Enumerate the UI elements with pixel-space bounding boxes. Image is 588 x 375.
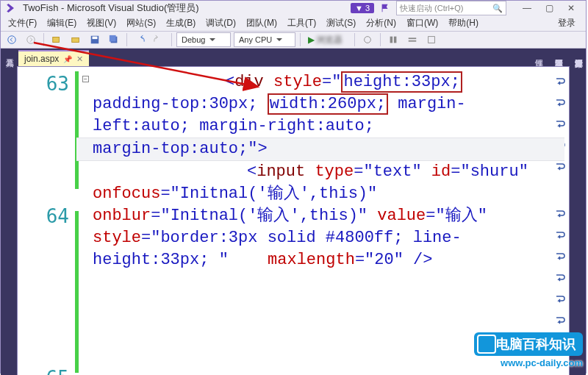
close-angle: >	[257, 140, 267, 158]
right-rail-solution[interactable]: 解析方案资源管理器	[573, 53, 584, 375]
new-project-button[interactable]	[49, 32, 65, 48]
hl-height: height:33px;	[343, 73, 459, 91]
menu-debug[interactable]: 调试(D)	[201, 15, 240, 31]
left-rail-toolbox[interactable]: 工具箱	[1, 49, 17, 375]
separator	[43, 33, 44, 46]
svg-rect-3	[72, 38, 79, 42]
notification-count: 3	[365, 4, 370, 12]
platform-dropdown[interactable]: Any CPU	[234, 32, 295, 47]
save-all-button[interactable]	[106, 32, 122, 48]
tab-strip: join.aspx 📌 ✕	[17, 49, 570, 66]
menu-window[interactable]: 窗口(W)	[402, 15, 442, 31]
undo-button[interactable]	[132, 32, 148, 48]
svg-point-8	[365, 37, 371, 43]
line-number: 63	[18, 71, 69, 93]
line-gutter: − 63 64 65	[18, 67, 76, 375]
svg-rect-7	[110, 35, 116, 42]
tag-input: input	[257, 162, 305, 181]
titlebar: TwoFish - Microsoft Visual Studio(管理员) ▼…	[1, 1, 586, 15]
sign-in-button[interactable]: 登录	[551, 15, 583, 31]
toolbar-btn[interactable]	[359, 32, 376, 48]
menu-team[interactable]: 团队(M)	[242, 15, 282, 31]
notification-badge[interactable]: ▼3	[351, 3, 374, 13]
val-padding: padding-top:30px;	[93, 95, 268, 113]
menu-test[interactable]: 测试(S)	[322, 15, 360, 31]
separator	[354, 33, 355, 46]
menubar: 文件(F) 编辑(E) 视图(V) 网站(S) 生成(B) 调试(D) 团队(M…	[1, 15, 586, 31]
tag-div: div	[234, 73, 264, 91]
window-title: TwoFish - Microsoft Visual Studio(管理员)	[23, 1, 351, 15]
vs-logo-icon	[5, 1, 18, 15]
save-button[interactable]	[87, 32, 103, 48]
document-area: join.aspx 📌 ✕	[17, 49, 570, 375]
menu-website[interactable]: 网站(S)	[122, 15, 160, 31]
svg-rect-13	[429, 37, 435, 43]
val-margin-top: margin-top:auto;"	[93, 140, 257, 158]
quick-launch-placeholder: 快速启动 (Ctrl+Q)	[400, 3, 463, 14]
separator	[380, 33, 381, 46]
menu-file[interactable]: 文件(F)	[4, 15, 41, 31]
separator	[126, 33, 127, 46]
file-tab-join[interactable]: join.aspx 📌 ✕	[18, 50, 89, 66]
separator	[300, 33, 301, 46]
pin-icon[interactable]: 📌	[63, 55, 72, 63]
watermark: 电脑百科知识 www.pc-daily.com	[474, 332, 583, 368]
workspace: 工具箱 join.aspx 📌 ✕	[1, 49, 586, 375]
code-editor[interactable]: − 63 64 65 <div style="height:33px; padd…	[17, 66, 570, 375]
minimize-button[interactable]: —	[517, 1, 537, 15]
svg-rect-2	[53, 38, 60, 43]
svg-rect-12	[409, 40, 417, 42]
maximize-button[interactable]: ▢	[539, 1, 559, 15]
right-rail: 解析方案资源管理器 团队资源管理器 属性	[570, 49, 586, 375]
tab-close-button[interactable]: ✕	[76, 54, 83, 64]
quick-launch-input[interactable]: 快速启动 (Ctrl+Q) 🔍	[396, 1, 506, 15]
menu-build[interactable]: 生成(B)	[162, 15, 200, 31]
nav-back-button[interactable]	[4, 32, 20, 48]
menu-view[interactable]: 视图(V)	[82, 15, 121, 31]
platform-value: Any CPU	[239, 35, 272, 44]
run-button[interactable]: ▶浏览器	[305, 34, 350, 46]
svg-rect-10	[394, 37, 397, 43]
toolbar: Debug Any CPU ▶浏览器	[1, 31, 586, 49]
watermark-url: www.pc-daily.com	[501, 357, 583, 368]
svg-point-0	[8, 36, 16, 44]
line-number: 64	[18, 204, 69, 226]
feedback-flag-icon[interactable]	[380, 3, 390, 13]
attr-style: style	[273, 73, 322, 91]
search-icon: 🔍	[492, 4, 503, 13]
separator	[171, 33, 172, 46]
svg-rect-5	[93, 37, 98, 40]
toolbar-btn[interactable]	[423, 32, 440, 48]
file-tab-label: join.aspx	[24, 54, 59, 64]
toolbar-btn[interactable]	[404, 32, 420, 48]
hl-width: width:260px;	[270, 95, 386, 113]
play-icon: ▶	[308, 35, 315, 45]
toolbar-btn[interactable]	[385, 32, 401, 48]
svg-rect-11	[409, 38, 417, 39]
svg-point-1	[27, 36, 35, 44]
close-button[interactable]: ✕	[561, 1, 581, 15]
watermark-title: 电脑百科知识	[474, 332, 583, 356]
code-content[interactable]: <div style="height:33px; padding-top:30p…	[76, 67, 569, 375]
config-dropdown[interactable]: Debug	[176, 32, 231, 47]
config-value: Debug	[182, 35, 205, 44]
nav-fwd-button[interactable]	[23, 32, 39, 48]
menu-tools[interactable]: 工具(T)	[283, 15, 320, 31]
open-file-button[interactable]	[68, 32, 84, 48]
svg-rect-9	[390, 37, 393, 43]
redo-button[interactable]	[151, 32, 167, 48]
menu-analyze[interactable]: 分析(N)	[362, 15, 401, 31]
line-number: 65	[18, 365, 69, 375]
menu-help[interactable]: 帮助(H)	[444, 15, 483, 31]
menu-edit[interactable]: 编辑(E)	[43, 15, 81, 31]
